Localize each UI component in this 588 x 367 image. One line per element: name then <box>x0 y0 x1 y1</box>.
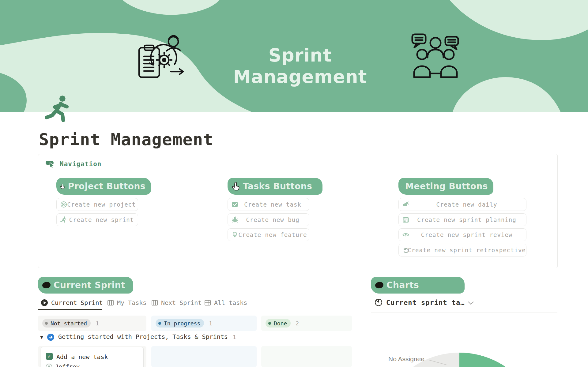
column-header-in-progress: In progress 1 <box>151 316 257 331</box>
meeting-buttons-header[interactable]: Meeting Buttons <box>398 178 493 195</box>
create-new-sprint-button[interactable]: Create new sprint <box>56 213 138 226</box>
create-new-task-label: Create new task <box>238 198 307 211</box>
project-buttons-header[interactable]: Project Buttons <box>56 178 151 195</box>
avatar-icon <box>46 363 52 367</box>
column-count: 2 <box>296 320 299 327</box>
tasks-buttons-label: Tasks Buttons <box>243 181 312 191</box>
create-new-bug-button[interactable]: Create new bug <box>228 213 309 226</box>
tab-all-tasks-label: All tasks <box>214 299 247 306</box>
create-new-sprint-retrospective-label: Create new sprint retrospective <box>409 244 524 256</box>
status-pill-in-progress[interactable]: In progress <box>156 319 204 328</box>
create-new-feature-button[interactable]: Create new feature <box>228 228 309 241</box>
play-circle-icon <box>41 299 48 306</box>
runner-icon <box>60 216 67 223</box>
tab-next-sprint[interactable]: Next Sprint <box>151 299 202 306</box>
navigation-label: Navigation <box>60 160 101 168</box>
team-meeting-illustration <box>410 31 460 81</box>
task-assignee: Joffrey <box>46 363 80 367</box>
hand-cursor-icon <box>59 182 65 191</box>
create-new-daily-label: Create new daily <box>409 198 524 211</box>
donut-segment-green <box>459 361 533 367</box>
assignee-name: Joffrey <box>55 363 80 367</box>
calendar-icon <box>402 216 409 223</box>
create-new-sprint-planning-button[interactable]: Create new sprint planning <box>398 213 526 226</box>
tab-all-tasks[interactable]: All tasks <box>204 299 247 306</box>
tab-current-sprint[interactable]: Current Sprint <box>41 299 103 306</box>
create-new-feature-label: Create new feature <box>238 229 307 241</box>
column-header-done: Done 2 <box>261 316 352 331</box>
board-icon <box>151 299 158 306</box>
column-count: 1 <box>96 320 99 327</box>
no-assignee-label: No Assignee <box>388 355 424 362</box>
task-card[interactable]: ✓ Add a new task Joffrey <box>41 347 144 367</box>
status-dot <box>268 322 271 325</box>
hand-cursor-icon <box>401 182 402 191</box>
tab-my-tasks-label: My Tasks <box>117 299 146 306</box>
meeting-buttons-label: Meeting Buttons <box>405 181 488 191</box>
create-new-bug-label: Create new bug <box>238 214 307 226</box>
pie-chart-icon <box>375 298 383 306</box>
sprint-arrow-icon <box>47 333 55 341</box>
current-sprint-section-header[interactable]: Current Sprint <box>38 277 133 294</box>
column-count: 1 <box>209 320 212 327</box>
column-body-in-progress <box>151 346 257 367</box>
charts-section-header[interactable]: Charts <box>371 277 465 294</box>
board-icon <box>107 299 114 306</box>
page-cover-banner: Sprint Management <box>0 0 588 112</box>
status-label: Not started <box>51 320 87 327</box>
status-label: Done <box>274 320 287 327</box>
tab-current-sprint-label: Current Sprint <box>51 299 103 306</box>
eye-icon <box>402 231 409 238</box>
column-body-done <box>261 346 352 367</box>
assignee-donut-chart: No Assignee <box>368 345 588 367</box>
create-new-sprint-review-button[interactable]: Create new sprint review <box>398 228 526 241</box>
chevron-down-icon <box>468 299 474 305</box>
click-button-icon <box>45 160 56 168</box>
lightbulb-icon <box>232 231 238 238</box>
sun-cloud-icon <box>402 201 409 208</box>
group-title-link[interactable]: Getting started with Projects, Tasks & S… <box>58 333 228 341</box>
status-label: In progress <box>164 320 200 327</box>
status-dot <box>158 322 161 325</box>
create-new-daily-button[interactable]: Create new daily <box>398 198 526 211</box>
charts-section-label: Charts <box>386 280 419 290</box>
tasks-buttons-header[interactable]: Tasks Buttons <box>228 178 322 195</box>
task-title[interactable]: Add a new task <box>56 353 108 361</box>
black-oval-icon <box>375 281 384 289</box>
chart-view-label: Current sprint ta… <box>386 299 465 306</box>
scrum-cycle-illustration <box>135 28 190 83</box>
status-dot <box>45 322 48 325</box>
board-group-row: ▼ Getting started with Projects, Tasks &… <box>40 333 236 341</box>
create-new-sprint-label: Create new sprint <box>67 214 136 226</box>
status-pill-done[interactable]: Done <box>266 319 291 328</box>
tab-next-sprint-label: Next Sprint <box>161 299 202 306</box>
create-new-project-button[interactable]: Create new project <box>56 198 138 211</box>
chart-view-selector[interactable]: Current sprint ta… <box>375 298 472 306</box>
tab-bar-divider <box>38 310 352 310</box>
table-icon <box>204 299 211 306</box>
tab-my-tasks[interactable]: My Tasks <box>107 299 146 306</box>
project-buttons-label: Project Buttons <box>68 181 145 191</box>
page-title[interactable]: Sprint Management <box>39 130 213 149</box>
status-pill-not-started[interactable]: Not started <box>42 319 91 328</box>
page-icon-runner[interactable] <box>45 95 73 125</box>
create-new-sprint-planning-label: Create new sprint planning <box>409 214 524 226</box>
column-header-not-started: Not started 1 <box>38 316 146 331</box>
task-checkbox[interactable]: ✓ <box>46 353 53 360</box>
sprint-management-page: Sprint Management Sprint <box>0 0 588 367</box>
group-count: 1 <box>233 334 236 340</box>
checkbox-icon <box>232 201 238 208</box>
black-oval-icon <box>42 281 51 289</box>
charts-divider <box>371 313 557 313</box>
current-sprint-section-label: Current Sprint <box>54 280 125 290</box>
create-new-task-button[interactable]: Create new task <box>228 198 309 211</box>
create-new-sprint-retrospective-button[interactable]: Create new sprint retrospective <box>398 244 526 257</box>
hand-cursor-icon <box>231 182 240 191</box>
create-new-project-label: Create new project <box>67 198 136 211</box>
create-new-sprint-review-label: Create new sprint review <box>409 229 524 241</box>
collapse-toggle-icon[interactable]: ▼ <box>40 335 43 339</box>
banner-title: Sprint Management <box>202 45 398 88</box>
target-icon <box>60 201 67 208</box>
bug-icon <box>232 216 238 223</box>
navigation-header: Navigation <box>45 160 101 168</box>
